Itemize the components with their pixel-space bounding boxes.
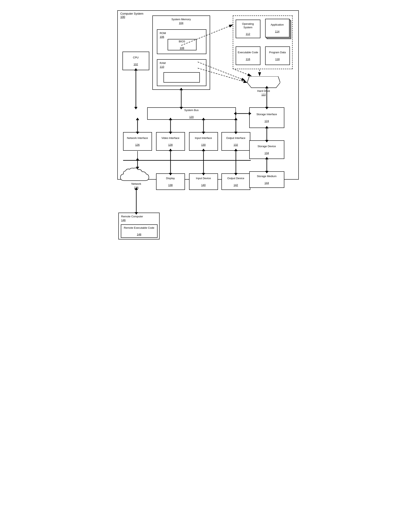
display-box: Display 138 [156,173,185,190]
application-stacked: Application 114 [265,19,290,38]
exec-code-box: Executable Code 116 [236,46,261,65]
hard-drive-container: Hard Drive 122 [247,76,280,94]
remote-exec-code-box: Remote Executable Code 148 [121,224,158,238]
output-interface-box: Output Interface 132 [221,132,250,151]
remote-computer-box: Remote Computer 146 Remote Executable Co… [118,213,159,239]
bios-box: BIOS 108 [168,39,196,50]
hard-drive-shape [247,76,280,89]
video-interface-box: Video Interface 128 [156,132,185,151]
program-data-box: Program Data 118 [265,46,290,65]
system-bus-box: System Bus 120 [147,107,236,120]
diagram-wrapper: Computer System 100 System Memory 104 RO… [111,4,309,244]
storage-device-box: Storage Device 134 [249,140,284,159]
storage-medium-box: Storage Medium 144 [249,171,284,188]
rom-box: ROM 106 BIOS 108 [157,29,206,54]
cloud-shape [118,167,154,183]
os-box: Operating System 112 [236,20,261,38]
network-interface-box: Network Interface 126 [123,132,152,151]
svg-marker-0 [247,76,280,88]
input-interface-box: Input Interface 130 [189,132,218,151]
storage-interface-box: Storage Interface 124 [249,107,284,128]
system-memory-box: System Memory 104 ROM 106 BIOS 108 RAM 1… [152,15,210,90]
software-group-box: Operating System 112 Application 114 Exe… [233,15,293,69]
output-device-box: Output Device 142 [221,173,250,190]
computer-system-label: Computer System 100 [120,12,144,19]
input-device-box: Input Device 140 [189,173,218,190]
ram-box: RAM 110 [157,59,206,86]
network-cloud: Network 136 [118,167,154,188]
cpu-box: CPU 102 [123,52,149,70]
